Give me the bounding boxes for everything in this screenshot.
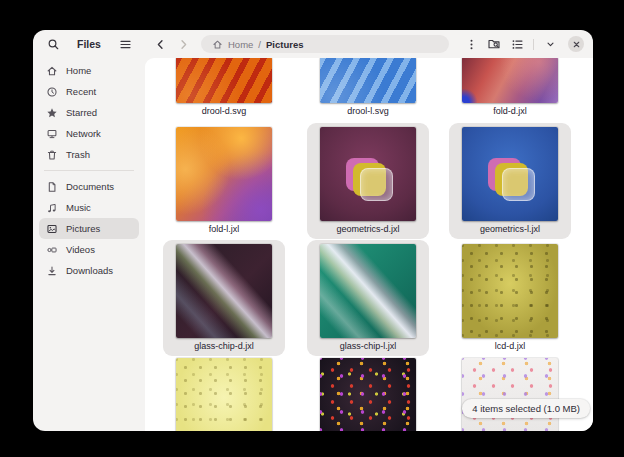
cube-shape: [360, 168, 393, 201]
breadcrumb-separator: /: [258, 39, 261, 50]
network-icon: [46, 128, 58, 140]
sidebar-item-documents[interactable]: Documents: [39, 176, 139, 197]
selection-status-text: 4 items selected (1.0 MB): [472, 403, 580, 414]
thumbnail-drool-d: [176, 58, 272, 103]
thumbnail-geometrics-d: [320, 127, 416, 221]
sidebar-label: Videos: [66, 244, 95, 255]
search-icon: [47, 38, 60, 51]
cube-shape: [502, 168, 535, 201]
file-name: drool-l.svg: [347, 106, 389, 117]
chevron-right-icon: [177, 38, 190, 51]
back-button[interactable]: [151, 35, 169, 53]
search-button[interactable]: [44, 35, 62, 53]
file-name: fold-l.jxl: [209, 224, 240, 235]
image-icon: [46, 223, 58, 235]
file-grid: drool-d.svg drool-l.svg fold-d.jxl fold-…: [145, 58, 593, 431]
file-name: lcd-d.jxl: [495, 341, 526, 352]
home-icon: [212, 39, 223, 50]
file-name: drool-d.svg: [202, 106, 247, 117]
sidebar-item-downloads[interactable]: Downloads: [39, 260, 139, 281]
file-name: glass-chip-d.jxl: [194, 341, 254, 352]
folder-search-icon: [487, 37, 501, 51]
file-item-fold-d[interactable]: fold-d.jxl: [449, 58, 571, 121]
star-icon: [46, 107, 58, 119]
sidebar-label: Music: [66, 202, 91, 213]
chevron-down-icon: [545, 39, 556, 50]
video-camera-icon: [46, 244, 58, 256]
toolbar: Home / Pictures: [145, 30, 593, 58]
sidebar-item-music[interactable]: Music: [39, 197, 139, 218]
thumbnail-fold-l: [176, 127, 272, 221]
thumbnail-glass-chip-l: [320, 244, 416, 338]
sidebar-item-pictures[interactable]: Pictures: [39, 218, 139, 239]
thumbnail-lcd-d: [462, 244, 558, 338]
files-window: Files: [33, 30, 593, 431]
thumbnail-row4-2: [320, 358, 416, 431]
file-name: fold-d.jxl: [493, 106, 527, 117]
recent-clock-icon: [46, 86, 58, 98]
hamburger-menu-icon: [119, 38, 132, 51]
sidebar-label: Network: [66, 128, 101, 139]
file-item-lcd-d[interactable]: lcd-d.jxl: [449, 240, 571, 356]
thumbnail-fold-d: [462, 58, 558, 103]
breadcrumb-current[interactable]: Pictures: [266, 39, 304, 50]
menu-kebab-button[interactable]: [462, 35, 480, 53]
sidebar-label: Home: [66, 65, 91, 76]
sidebar-item-videos[interactable]: Videos: [39, 239, 139, 260]
file-item-geometrics-d[interactable]: geometrics-d.jxl: [307, 123, 429, 239]
sidebar-header: Files: [33, 30, 145, 58]
sidebar-label: Documents: [66, 181, 114, 192]
chevron-left-icon: [154, 38, 167, 51]
file-item-row4-3[interactable]: [449, 354, 571, 431]
selection-status-badge: 4 items selected (1.0 MB): [462, 399, 590, 418]
file-item-glass-chip-d[interactable]: glass-chip-d.jxl: [163, 240, 285, 356]
download-icon: [46, 265, 58, 277]
thumbnail-row4-3: [462, 358, 558, 431]
thumbnail-glass-chip-d: [176, 244, 272, 338]
sidebar-label: Pictures: [66, 223, 100, 234]
headerbar: Files: [33, 30, 593, 58]
close-icon: [572, 40, 581, 49]
trash-icon: [46, 149, 58, 161]
file-item-fold-l[interactable]: fold-l.jxl: [163, 123, 285, 239]
file-item-glass-chip-l[interactable]: glass-chip-l.jxl: [307, 240, 429, 356]
file-name: glass-chip-l.jxl: [340, 341, 397, 352]
sidebar-label: Trash: [66, 149, 90, 160]
breadcrumb-root[interactable]: Home: [228, 39, 253, 50]
sidebar-item-home[interactable]: Home: [39, 60, 139, 81]
search-location-button[interactable]: [485, 35, 503, 53]
path-bar[interactable]: Home / Pictures: [201, 35, 449, 53]
app-title: Files: [62, 38, 116, 50]
file-name: geometrics-d.jxl: [336, 224, 399, 235]
thumbnail-drool-l: [320, 58, 416, 103]
file-item-drool-l[interactable]: drool-l.svg: [307, 58, 429, 121]
kebab-menu-icon: [465, 38, 478, 51]
sidebar-separator: [44, 170, 134, 171]
file-item-row4-2[interactable]: [307, 354, 429, 431]
thumbnail-geometrics-l: [462, 127, 558, 221]
view-list-button[interactable]: [508, 35, 526, 53]
file-name: geometrics-l.jxl: [480, 224, 540, 235]
sidebar-item-starred[interactable]: Starred: [39, 102, 139, 123]
sidebar-item-network[interactable]: Network: [39, 123, 139, 144]
view-options-button[interactable]: [541, 35, 559, 53]
thumbnail-row4-1: [176, 358, 272, 431]
sidebar-label: Recent: [66, 86, 96, 97]
list-view-icon: [511, 38, 524, 51]
sidebar-item-recent[interactable]: Recent: [39, 81, 139, 102]
home-icon: [46, 65, 58, 77]
document-icon: [46, 181, 58, 193]
forward-button[interactable]: [174, 35, 192, 53]
file-item-drool-d[interactable]: drool-d.svg: [163, 58, 285, 121]
file-item-row4-1[interactable]: [163, 354, 285, 431]
music-note-icon: [46, 202, 58, 214]
sidebar-label: Downloads: [66, 265, 113, 276]
sidebar-item-trash[interactable]: Trash: [39, 144, 139, 165]
view-split-divider: [533, 39, 534, 50]
sidebar: Home Recent Starred Network: [33, 58, 145, 431]
file-item-geometrics-l[interactable]: geometrics-l.jxl: [449, 123, 571, 239]
main-menu-button[interactable]: [116, 35, 134, 53]
window-close-button[interactable]: [568, 36, 584, 52]
sidebar-label: Starred: [66, 107, 97, 118]
